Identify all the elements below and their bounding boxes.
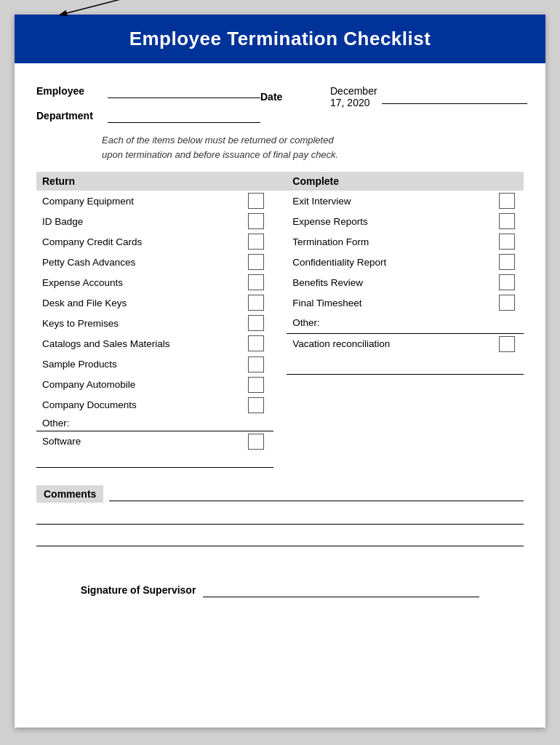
divider <box>273 172 287 191</box>
checkbox[interactable] <box>248 356 264 372</box>
checkbox[interactable] <box>499 254 515 270</box>
return-item: Keys to Premises <box>36 313 239 333</box>
table-row <box>36 452 524 468</box>
return-checkbox-software <box>239 431 273 452</box>
checkbox[interactable] <box>248 377 264 393</box>
complete-checkbox-cell <box>489 313 524 333</box>
signature-section: Signature of Supervisor <box>36 583 524 597</box>
divider-cell <box>273 313 287 333</box>
return-item: Sample Products <box>36 354 239 375</box>
complete-check-header <box>489 172 524 191</box>
date-label: Date <box>260 91 326 103</box>
checkbox[interactable] <box>499 336 515 352</box>
instructions-line2: upon termination and before issuance of … <box>102 149 338 160</box>
checklist-table: Return Complete Company Equipment Exit I… <box>36 172 524 468</box>
divider-cell <box>273 252 287 272</box>
return-checkbox-cell <box>239 375 273 395</box>
complete-checkbox-cell <box>489 292 524 313</box>
return-header: Return <box>36 172 239 191</box>
complete-checkbox-cell <box>489 211 524 231</box>
comments-label: Comments <box>36 485 103 503</box>
return-checkbox-cell <box>239 292 273 313</box>
instructions-line1: Each of the items below must be returned… <box>102 135 334 146</box>
content-area: Employee Department Date December 17, 20… <box>15 63 545 619</box>
return-item: Company Automobile <box>36 375 239 395</box>
return-checkbox-cell <box>239 231 273 252</box>
return-item-software: Software <box>36 431 239 452</box>
complete-item: Confidentiality Report <box>287 252 489 272</box>
complete-checkbox-cell <box>489 375 524 395</box>
return-item: Company Credit Cards <box>36 231 239 252</box>
complete-checkbox-cell <box>489 231 524 252</box>
complete-checkbox-cell <box>489 431 524 452</box>
checkbox[interactable] <box>248 397 264 413</box>
divider-cell <box>273 415 287 431</box>
table-row: Company Automobile <box>36 375 524 395</box>
divider-cell <box>273 272 287 292</box>
return-item: Company Equipment <box>36 191 239 211</box>
checklist-body: Company Equipment Exit Interview ID Badg… <box>36 191 524 468</box>
divider-cell <box>273 191 287 211</box>
table-row: Company Credit Cards Termination Form <box>36 231 524 252</box>
divider-cell <box>273 452 287 468</box>
return-item: Catalogs and Sales Materials <box>36 333 239 354</box>
complete-checkbox-cell <box>489 272 524 292</box>
checkbox[interactable] <box>248 193 264 209</box>
return-checkbox-blank <box>239 452 273 468</box>
checkbox[interactable] <box>499 295 515 311</box>
table-row: Desk and File Keys Final Timesheet <box>36 292 524 313</box>
complete-item: Other: <box>287 313 489 333</box>
complete-checkbox-cell <box>489 354 524 375</box>
table-row: Software <box>36 431 524 452</box>
checkbox[interactable] <box>248 315 264 331</box>
return-item-blank <box>36 452 239 468</box>
signature-label: Signature of Supervisor <box>81 584 196 596</box>
return-item: Company Documents <box>36 395 239 415</box>
left-fields: Employee Department <box>36 84 260 123</box>
table-row: Petty Cash Advances Confidentiality Repo… <box>36 252 524 272</box>
checkbox[interactable] <box>248 274 264 290</box>
checkbox[interactable] <box>499 274 515 290</box>
complete-checkbox-cell <box>489 333 524 354</box>
checkbox[interactable] <box>248 213 264 229</box>
return-checkbox-cell <box>239 395 273 415</box>
checkbox[interactable] <box>248 254 264 270</box>
complete-item-blank <box>287 452 489 468</box>
right-fields: Date December 17, 2020 <box>260 85 527 108</box>
svg-line-1 <box>67 0 143 13</box>
checkbox[interactable] <box>499 213 515 229</box>
complete-header: Complete <box>287 172 489 191</box>
return-check-header <box>239 172 273 191</box>
return-checkbox-cell <box>239 211 273 231</box>
table-row: Catalogs and Sales Materials Vacation re… <box>36 333 524 354</box>
return-item: Expense Accounts <box>36 272 239 292</box>
top-fields: Employee Department Date December 17, 20… <box>36 84 524 123</box>
comments-row: Comments <box>36 485 524 503</box>
page: Employee Termination Checklist Employee <box>15 15 545 728</box>
checkbox[interactable] <box>499 234 515 250</box>
comments-section: Comments <box>36 485 524 546</box>
checkbox[interactable] <box>248 335 264 351</box>
comments-line-2 <box>36 510 524 525</box>
return-checkbox-cell <box>239 354 273 375</box>
department-row: Department <box>36 108 260 123</box>
checkbox[interactable] <box>248 234 264 250</box>
checkbox[interactable] <box>248 295 264 311</box>
return-item: Petty Cash Advances <box>36 252 239 272</box>
checkbox[interactable] <box>248 434 264 450</box>
return-item: Other: <box>36 415 239 431</box>
return-checkbox-cell <box>239 191 273 211</box>
checkbox[interactable] <box>499 193 515 209</box>
instructions-text: Each of the items below must be returned… <box>102 133 524 162</box>
complete-item: Expense Reports <box>287 211 489 231</box>
complete-checkbox-cell <box>489 191 524 211</box>
divider-cell <box>273 395 287 415</box>
divider-cell <box>273 354 287 375</box>
table-row: Other: <box>36 415 524 431</box>
employee-label: Employee <box>36 85 102 97</box>
employee-field-line <box>108 84 260 98</box>
complete-item-blank <box>287 395 489 415</box>
comments-line-1 <box>109 487 524 501</box>
divider-cell <box>273 292 287 313</box>
return-checkbox-cell <box>239 252 273 272</box>
